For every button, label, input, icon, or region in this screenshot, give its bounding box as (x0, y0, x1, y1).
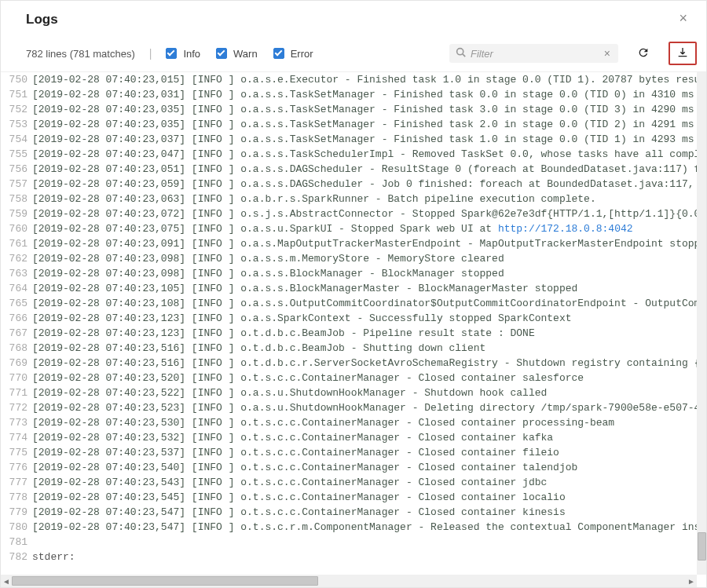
line-number: 756 (1, 162, 32, 177)
line-number: 754 (1, 132, 32, 147)
search-icon (456, 47, 466, 60)
url-link[interactable]: http://172.18.0.8:4042 (498, 223, 633, 235)
close-button[interactable]: × (674, 9, 692, 28)
log-line: 780[2019-02-28 07:40:23,547] [INFO ] o.t… (1, 520, 706, 535)
toolbar: 782 lines (781 matches) | Info Warn Erro… (1, 35, 706, 72)
line-text: [2019-02-28 07:40:23,091] [INFO ] o.a.s.… (32, 236, 706, 251)
line-number: 760 (1, 221, 32, 236)
line-number: 775 (1, 445, 32, 460)
log-line: 770[2019-02-28 07:40:23,520] [INFO ] o.t… (1, 371, 706, 385)
line-number: 758 (1, 192, 32, 206)
line-number: 778 (1, 490, 32, 505)
line-text: [2019-02-28 07:40:23,516] [INFO ] o.t.d.… (32, 356, 706, 371)
log-line: 753[2019-02-28 07:40:23,035] [INFO ] o.a… (1, 117, 706, 132)
log-line: 781 (1, 535, 706, 550)
filter-warn[interactable]: Warn (216, 48, 258, 60)
line-number: 764 (1, 281, 32, 296)
line-number: 761 (1, 236, 32, 251)
scrollbar-thumb[interactable] (698, 532, 706, 561)
line-number: 750 (1, 72, 32, 87)
line-number: 774 (1, 430, 32, 445)
log-line: 765[2019-02-28 07:40:23,108] [INFO ] o.a… (1, 296, 706, 311)
line-text: [2019-02-28 07:40:23,059] [INFO ] o.a.s.… (32, 177, 706, 192)
separator: | (149, 47, 152, 60)
log-line: 760[2019-02-28 07:40:23,075] [INFO ] o.a… (1, 221, 706, 236)
line-number: 767 (1, 326, 32, 341)
line-text: [2019-02-28 07:40:23,108] [INFO ] o.a.s.… (32, 296, 706, 311)
log-line: 771[2019-02-28 07:40:23,522] [INFO ] o.a… (1, 385, 706, 400)
checkbox-icon (273, 48, 284, 59)
clear-search-button[interactable]: × (601, 47, 614, 60)
scroll-right-arrow[interactable]: ► (686, 575, 697, 586)
refresh-button[interactable] (629, 42, 658, 65)
filter-label: Info (183, 48, 200, 60)
page-title: Logs (26, 12, 691, 27)
log-line: 761[2019-02-28 07:40:23,091] [INFO ] o.a… (1, 236, 706, 251)
checkbox-icon (216, 48, 227, 59)
line-number: 779 (1, 505, 32, 520)
search-input[interactable] (471, 48, 601, 60)
log-line: 772[2019-02-28 07:40:23,523] [INFO ] o.a… (1, 400, 706, 415)
line-text: [2019-02-28 07:40:23,545] [INFO ] o.t.s.… (32, 490, 566, 505)
svg-line-1 (463, 54, 465, 57)
line-number: 752 (1, 102, 32, 117)
log-viewport: 750[2019-02-28 07:40:23,015] [INFO ] o.a… (1, 72, 706, 587)
line-number: 777 (1, 475, 32, 490)
level-filters: Info Warn Error (166, 48, 313, 60)
line-text: [2019-02-28 07:40:23,035] [INFO ] o.a.s.… (32, 117, 706, 132)
download-button[interactable] (669, 42, 697, 65)
line-text: [2019-02-28 07:40:23,547] [INFO ] o.t.s.… (32, 505, 566, 520)
line-text: [2019-02-28 07:40:23,516] [INFO ] o.t.d.… (32, 341, 485, 356)
line-text: [2019-02-28 07:40:23,105] [INFO ] o.a.s.… (32, 281, 577, 296)
scrollbar-thumb[interactable] (12, 576, 318, 586)
log-line: 773[2019-02-28 07:40:23,530] [INFO ] o.t… (1, 415, 706, 430)
line-text: [2019-02-28 07:40:23,035] [INFO ] o.a.s.… (32, 102, 706, 117)
scroll-left-arrow[interactable]: ◄ (1, 575, 12, 586)
line-text: [2019-02-28 07:40:23,522] [INFO ] o.a.s.… (32, 385, 547, 400)
vertical-scrollbar[interactable] (697, 72, 706, 575)
log-line: 764[2019-02-28 07:40:23,105] [INFO ] o.a… (1, 281, 706, 296)
line-number: 776 (1, 460, 32, 475)
line-number: 781 (1, 535, 32, 550)
logs-modal: Logs × 782 lines (781 matches) | Info Wa… (0, 0, 707, 588)
filter-info[interactable]: Info (166, 48, 200, 60)
log-line: 774[2019-02-28 07:40:23,532] [INFO ] o.t… (1, 430, 706, 445)
line-number: 769 (1, 356, 32, 371)
checkbox-icon (166, 48, 177, 59)
search-box: × (449, 44, 618, 63)
log-line: 782stderr: (1, 550, 706, 564)
horizontal-scrollbar[interactable]: ◄ ► (1, 575, 697, 587)
log-line: 766[2019-02-28 07:40:23,123] [INFO ] o.a… (1, 311, 706, 326)
log-line: 758[2019-02-28 07:40:23,063] [INFO ] o.a… (1, 192, 706, 206)
line-number: 765 (1, 296, 32, 311)
line-number: 773 (1, 415, 32, 430)
refresh-icon (637, 46, 650, 61)
close-icon: × (604, 47, 610, 60)
log-line: 776[2019-02-28 07:40:23,540] [INFO ] o.t… (1, 460, 706, 475)
log-line: 756[2019-02-28 07:40:23,051] [INFO ] o.a… (1, 162, 706, 177)
log-line: 768[2019-02-28 07:40:23,516] [INFO ] o.t… (1, 341, 706, 356)
line-number: 782 (1, 550, 32, 564)
line-number: 751 (1, 87, 32, 102)
line-text: [2019-02-28 07:40:23,547] [INFO ] o.t.s.… (32, 520, 706, 535)
line-text: [2019-02-28 07:40:23,520] [INFO ] o.t.s.… (32, 371, 584, 385)
line-text: [2019-02-28 07:40:23,072] [INFO ] o.s.j.… (32, 206, 706, 221)
line-number: 762 (1, 251, 32, 266)
filter-error[interactable]: Error (273, 48, 313, 60)
line-text: stderr: (32, 550, 75, 564)
line-number: 771 (1, 385, 32, 400)
line-text: [2019-02-28 07:40:23,123] [INFO ] o.t.d.… (32, 326, 535, 341)
log-line: 750[2019-02-28 07:40:23,015] [INFO ] o.a… (1, 72, 706, 87)
log-line: 777[2019-02-28 07:40:23,543] [INFO ] o.t… (1, 475, 706, 490)
line-number: 755 (1, 147, 32, 162)
line-text: [2019-02-28 07:40:23,047] [INFO ] o.a.s.… (32, 147, 706, 162)
log-scroll-area[interactable]: 750[2019-02-28 07:40:23,015] [INFO ] o.a… (1, 72, 706, 587)
log-line: 763[2019-02-28 07:40:23,098] [INFO ] o.a… (1, 266, 706, 281)
line-text: [2019-02-28 07:40:23,037] [INFO ] o.a.s.… (32, 132, 706, 147)
line-text: [2019-02-28 07:40:23,523] [INFO ] o.a.s.… (32, 400, 706, 415)
line-text: [2019-02-28 07:40:23,537] [INFO ] o.t.s.… (32, 445, 559, 460)
log-line: 762[2019-02-28 07:40:23,098] [INFO ] o.a… (1, 251, 706, 266)
log-line: 767[2019-02-28 07:40:23,123] [INFO ] o.t… (1, 326, 706, 341)
line-number: 753 (1, 117, 32, 132)
close-icon: × (679, 10, 687, 26)
